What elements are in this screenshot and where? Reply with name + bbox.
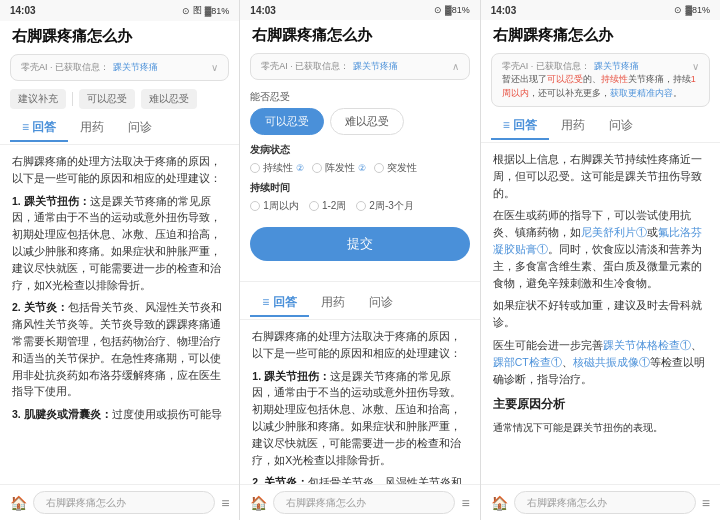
option-sudden[interactable]: 突发性 (374, 161, 417, 175)
search-input-3[interactable] (514, 491, 696, 514)
radio-2weeks[interactable] (309, 201, 319, 211)
tab-answer-2[interactable]: ≡ 回答 (250, 290, 308, 317)
bottom-bar-1: 🏠 ≡ (0, 484, 239, 520)
radio-3months[interactable] (356, 201, 366, 211)
content-p1-text-1: 这是踝关节疼痛的常见原因，通常由于不当的运动或意外扭伤导致，初期处理应包括休息、… (12, 195, 221, 291)
radio-1week[interactable] (250, 201, 260, 211)
main-tabs-2: ≡ 回答 用药 问诊 (240, 288, 479, 320)
label-episodic: 阵发性 (325, 161, 355, 175)
divider-line-left (240, 281, 479, 282)
content-p4-3: 医生可能会进一步完善踝关节体格检查①、踝部CT检查①、核磁共振成像①等检查以明确… (493, 337, 708, 387)
suggest-tabs-1: 建议补充 可以忍受 难以忍受 (0, 85, 239, 113)
ai-banner-left-2: 零壳AI · 已获取信息： 踝关节疼痛 (261, 60, 398, 73)
tab-consult-2[interactable]: 问诊 (357, 290, 405, 317)
tab-medicine-1[interactable]: 用药 (68, 115, 116, 142)
num-3: 3. 肌腱炎或滑囊炎： (12, 408, 112, 420)
search-input-1[interactable] (33, 491, 215, 514)
radio-sudden[interactable] (374, 163, 384, 173)
home-icon-1[interactable]: 🏠 (10, 495, 27, 511)
menu-icon-1[interactable]: ≡ (221, 495, 229, 511)
battery-icon-2: ▓81% (445, 5, 470, 15)
exam-link-3[interactable]: 核磁共振成像① (573, 356, 650, 368)
num-2: 2. 关节炎： (12, 301, 68, 313)
duration-row: 持续时间 1周以内 1-2周 2周-3个月 (250, 181, 469, 213)
badge-episodic: ② (358, 163, 366, 173)
option-2weeks[interactable]: 1-2周 (309, 199, 346, 213)
disease-state-label: 发病状态 (250, 143, 469, 157)
search-input-2[interactable] (273, 491, 455, 514)
signal-icon: ⊙ (182, 6, 190, 16)
chevron-icon-3[interactable]: ∨ (692, 61, 699, 72)
menu-icon-3[interactable]: ≡ (702, 495, 710, 511)
tab-consult-3[interactable]: 问诊 (597, 113, 645, 140)
tab-suggest-1[interactable]: 建议补充 (10, 89, 66, 109)
tab-tolerate-1[interactable]: 可以忍受 (79, 89, 135, 109)
label-1week: 1周以内 (263, 199, 299, 213)
tab-medicine-3[interactable]: 用药 (549, 113, 597, 140)
content-area-1: 右脚踝疼痛的处理方法取决于疼痛的原因，以下是一些可能的原因和相应的处理建议： 1… (0, 145, 239, 484)
tolerance-label-2: 能否忍受 (250, 90, 469, 104)
tab-consult-1[interactable]: 问诊 (116, 115, 164, 142)
drug-link-1[interactable]: 尼美舒利片① (581, 226, 647, 238)
disease-state-options: 持续性 ② 阵发性 ② 突发性 (250, 161, 469, 175)
section-divider-2 (240, 281, 479, 282)
bottom-bar-2: 🏠 ≡ (240, 484, 479, 520)
ai-banner-2[interactable]: 零壳AI · 已获取信息： 踝关节疼痛 ∧ (250, 53, 469, 80)
page-title-3: 右脚踝疼痛怎么办 (481, 20, 720, 49)
home-icon-3[interactable]: 🏠 (491, 495, 508, 511)
tab-answer-3[interactable]: ≡ 回答 (491, 113, 549, 140)
status-icons-2: ⊙ ▓81% (434, 5, 470, 15)
tolerate-no-btn[interactable]: 难以忍受 (330, 108, 404, 135)
content-p2-text-1: 包括骨关节炎、风湿性关节炎和痛风性关节炎等。关节炎导致的踝踝疼痛通常需要长期管理… (12, 301, 222, 397)
duration-label: 持续时间 (250, 181, 469, 195)
ai-link-1[interactable]: 踝关节疼痛 (113, 61, 158, 74)
ai-link-2[interactable]: 踝关节疼痛 (353, 60, 398, 73)
ai-banner-top-2: 零壳AI · 已获取信息： 踝关节疼痛 (261, 60, 398, 73)
form-section-2: 能否忍受 可以忍受 难以忍受 发病状态 持续性 ② 阵发性 ② (240, 84, 479, 275)
radio-continuous[interactable] (250, 163, 260, 173)
time-2: 14:03 (250, 5, 276, 16)
exam-link-2[interactable]: 踝部CT检查① (493, 356, 562, 368)
label-sudden: 突发性 (387, 161, 417, 175)
option-episodic[interactable]: 阵发性 ② (312, 161, 366, 175)
page-title-2: 右脚踝疼痛怎么办 (240, 20, 479, 49)
signal-icon-3: ⊙ (674, 5, 682, 15)
tolerance-row-2: 可以忍受 难以忍受 (250, 108, 469, 135)
time-1: 14:03 (10, 5, 36, 16)
home-icon-2[interactable]: 🏠 (250, 495, 267, 511)
ai-banner-left-1: 零壳AI · 已获取信息： 踝关节疼痛 (21, 61, 158, 74)
option-1week[interactable]: 1周以内 (250, 199, 299, 213)
content-p1-1: 1. 踝关节扭伤：这是踝关节疼痛的常见原因，通常由于不当的运动或意外扭伤导致，初… (12, 193, 227, 294)
wifi-icon: 图 (193, 4, 202, 17)
content-area-3: 根据以上信息，右脚踝关节持续性疼痛近一周，但可以忍受。这可能是踝关节扭伤导致的。… (481, 143, 720, 484)
section-title-3: 主要原因分析 (493, 395, 708, 414)
main-tabs-3: ≡ 回答 用药 问诊 (481, 111, 720, 143)
sub-content-3: 通常情况下可能是踝关节扭伤的表现。 (493, 419, 708, 436)
tab-medicine-2[interactable]: 用药 (309, 290, 357, 317)
label-3months: 2周-3个月 (369, 199, 413, 213)
divider-1 (72, 92, 73, 106)
ai-banner-header-3: 零壳AI · 已获取信息： 踝关节疼痛 ∨ (502, 60, 699, 73)
content-intro-2: 右脚踝疼痛的处理方法取决于疼痛的原因，以下是一些可能的原因和相应的处理建议： (252, 328, 467, 362)
option-continuous[interactable]: 持续性 ② (250, 161, 304, 175)
highlight-type: 持续性 (601, 74, 628, 84)
tab-hard-tolerate-1[interactable]: 难以忍受 (141, 89, 197, 109)
ai-banner-1[interactable]: 零壳AI · 已获取信息： 踝关节疼痛 ∨ (10, 54, 229, 81)
ai-link-3[interactable]: 踝关节疼痛 (594, 60, 639, 73)
menu-icon-2[interactable]: ≡ (461, 495, 469, 511)
get-more-link[interactable]: 获取更精准内容 (610, 88, 673, 98)
time-3: 14:03 (491, 5, 517, 16)
tolerate-yes-btn[interactable]: 可以忍受 (250, 108, 324, 135)
page-title-1: 右脚踝疼痛怎么办 (0, 21, 239, 50)
content-p3-3: 如果症状不好转或加重，建议及时去骨科就诊。 (493, 297, 708, 331)
exam-link-1[interactable]: 踝关节体格检查① (603, 339, 691, 351)
panel-2: 14:03 ⊙ ▓81% 右脚踝疼痛怎么办 零壳AI · 已获取信息： 踝关节疼… (240, 0, 480, 520)
radio-episodic[interactable] (312, 163, 322, 173)
ai-banner-3[interactable]: 零壳AI · 已获取信息： 踝关节疼痛 ∨ 暂还出现了可以忍受的、持续性关节疼痛… (491, 53, 710, 107)
content-p3-text-1: 过度使用或损伤可能导 (112, 408, 222, 420)
chevron-up-icon-2[interactable]: ∧ (452, 61, 459, 72)
chevron-down-icon-1[interactable]: ∨ (211, 62, 218, 73)
submit-button-2[interactable]: 提交 (250, 227, 469, 261)
option-3months[interactable]: 2周-3个月 (356, 199, 413, 213)
tab-answer-1[interactable]: ≡ 回答 (10, 115, 68, 142)
